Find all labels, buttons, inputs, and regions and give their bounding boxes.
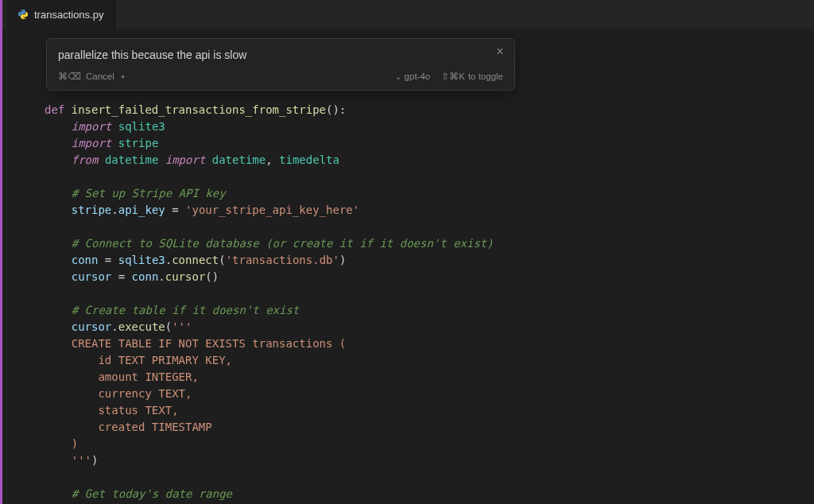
- code-line[interactable]: conn = sqlite3.connect('transactions.db'…: [45, 252, 814, 269]
- code-line[interactable]: amount INTEGER,: [45, 369, 814, 386]
- tab-filename: transactions.py: [34, 9, 103, 21]
- code-line[interactable]: cursor = conn.cursor(): [45, 269, 814, 285]
- code-line[interactable]: id TEXT PRIMARY KEY,: [45, 352, 814, 369]
- code-line[interactable]: [45, 219, 814, 235]
- code-line[interactable]: '''): [45, 452, 814, 469]
- code-editor[interactable]: def insert_failed_transactions_from_stri…: [0, 29, 814, 502]
- prompt-footer: ⌘⌫ Cancel ⌄ gpt-4o ⇧⌘K to toggle: [58, 71, 503, 82]
- code-line[interactable]: [45, 169, 814, 185]
- code-line[interactable]: # Get today's date range: [45, 486, 814, 502]
- code-line[interactable]: # Create table if it doesn't exist: [45, 302, 814, 319]
- code-line[interactable]: cursor.execute(''': [45, 319, 814, 335]
- code-line[interactable]: stripe.api_key = 'your_stripe_api_key_he…: [45, 202, 814, 219]
- code-line[interactable]: created TIMESTAMP: [45, 419, 814, 436]
- code-line[interactable]: CREATE TABLE IF NOT EXISTS transactions …: [45, 335, 814, 352]
- model-name: gpt-4o: [405, 72, 431, 81]
- tab-bar: transactions.py: [0, 0, 814, 29]
- code-line[interactable]: import stripe: [45, 135, 814, 152]
- cancel-label: Cancel: [86, 72, 114, 81]
- code-line[interactable]: [45, 469, 814, 486]
- prompt-input[interactable]: parallelize this because the api is slow: [58, 48, 503, 61]
- code-line[interactable]: status TEXT,: [45, 402, 814, 419]
- cancel-button[interactable]: ⌘⌫ Cancel: [58, 71, 124, 82]
- toggle-label: to toggle: [468, 72, 503, 81]
- cancel-shortcut: ⌘⌫: [58, 71, 81, 82]
- toggle-shortcut: ⇧⌘K: [441, 71, 465, 82]
- ai-prompt-dialog: × parallelize this because the api is sl…: [46, 38, 515, 91]
- code-line[interactable]: # Connect to SQLite database (or create …: [45, 235, 814, 252]
- model-selector[interactable]: ⌄ gpt-4o: [395, 72, 431, 81]
- code-line[interactable]: import sqlite3: [45, 118, 814, 135]
- tab-transactions[interactable]: transactions.py: [6, 0, 115, 29]
- code-line[interactable]: def insert_failed_transactions_from_stri…: [45, 102, 814, 118]
- python-icon: [17, 9, 29, 20]
- code-line[interactable]: # Set up Stripe API key: [45, 185, 814, 202]
- code-line[interactable]: from datetime import datetime, timedelta: [45, 152, 814, 169]
- toggle-hint: ⇧⌘K to toggle: [441, 71, 503, 82]
- code-line[interactable]: [45, 285, 814, 302]
- close-icon[interactable]: ×: [494, 45, 506, 58]
- dot-separator: [122, 76, 124, 78]
- window-accent-bar: [0, 0, 2, 504]
- code-line[interactable]: ): [45, 436, 814, 452]
- code-line[interactable]: currency TEXT,: [45, 386, 814, 402]
- chevron-down-icon: ⌄: [395, 72, 401, 81]
